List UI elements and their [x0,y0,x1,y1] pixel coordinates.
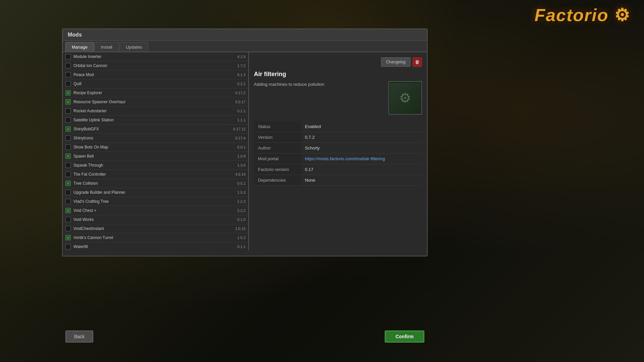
mod-detail-title: Air filtering [254,71,422,78]
mod-version: 0.17.12 [229,127,246,131]
value-portal: https://mods.factorio.com/mod/air-filter… [301,154,422,164]
mod-checkbox[interactable]: ✓ [65,126,71,132]
info-row-author: Author Schorty [254,143,422,154]
mod-checkbox[interactable]: ✓ [65,235,71,240]
mod-name: Waterfill [73,244,226,249]
mod-version: 0.17.4 [229,136,246,140]
back-button[interactable]: Back [65,330,93,343]
mod-portal-link[interactable]: https://mods.factorio.com/mod/air-filter… [305,156,385,161]
tab-updates[interactable]: Updates [119,42,148,52]
mod-version: 4.0.14 [229,172,246,176]
value-author: Schorty [301,143,422,154]
mod-checkbox[interactable] [65,226,71,231]
mod-list-item[interactable]: ✓Resource Spawner Overhaul5.0.17 [63,98,248,107]
mod-list-item[interactable]: Show Bots On Map0.0.1 [63,143,248,152]
label-version: Version [254,132,301,143]
mod-version: 1.7.2 [229,64,246,68]
mod-checkbox[interactable]: ✓ [65,154,71,159]
delete-button[interactable]: 🗑 [413,57,422,67]
mod-name: Upgrade Builder and Planner [73,190,226,195]
mod-checkbox[interactable] [65,54,71,59]
mod-list-item[interactable]: Peace Mod0.1.3 [63,70,248,79]
tab-manage[interactable]: Manage [65,42,94,52]
mod-list-item[interactable]: Satellite Uplink Station1.1.1 [63,116,248,125]
mod-name: Recipe Explorer [73,90,226,95]
tabs-bar: Manage Install Updates [63,41,427,52]
mod-checkbox[interactable] [65,144,71,150]
mod-list-item[interactable]: Void Works0.1.0 [63,215,248,224]
mod-version: 1.3.0 [229,163,246,167]
mod-list-item[interactable]: ✓Recipe Explorer0.17.2 [63,88,248,98]
mod-version: 1.5.3 [229,190,246,194]
mod-checkbox[interactable] [65,190,71,195]
mod-version: 0.2.1 [229,82,246,86]
mod-list-item[interactable]: Quill0.2.1 [63,79,248,88]
mod-name: Resource Spawner Overhaul [73,100,226,104]
info-row-status: Status Enabled [254,121,422,132]
mod-version: 1.0.15 [229,227,246,231]
mod-checkbox[interactable] [65,117,71,123]
mod-list-item[interactable]: The Fat Controller4.0.14 [63,170,248,179]
mod-list-item[interactable]: Waterfill0.1.1 [63,242,248,250]
info-row-dependencies: Dependencies None [254,175,422,186]
mod-version: 4.1.5 [229,55,246,59]
mod-name: Squeak Through [73,163,226,168]
window-title: Mods [63,29,427,41]
label-dependencies: Dependencies [254,175,301,186]
mod-checkbox[interactable]: ✓ [65,181,71,186]
value-version: 0.7.2 [301,132,422,143]
content-area: Module Inserter4.1.5Orbital Ion Cannon1.… [63,52,427,250]
mod-list-item[interactable]: ✓Vortik's Cannon Turret1.5.2 [63,233,248,242]
mod-thumbnail [388,81,422,115]
mod-list-item[interactable]: ShinyIcons0.17.4 [63,134,248,143]
mod-checkbox[interactable]: ✓ [65,208,71,213]
mod-version: 1.5.2 [229,236,246,240]
label-factorio-version: Factorio version [254,164,301,175]
mod-name: ShinyIcons [73,136,226,140]
mod-list-item[interactable]: ✓Spawn Belt1.0.8 [63,152,248,161]
mod-list-item[interactable]: Rocket Autostarter0.2.1 [63,107,248,116]
mod-checkbox[interactable] [65,199,71,204]
mod-checkbox[interactable] [65,108,71,114]
mod-name: Show Bots On Map [73,145,226,149]
mod-name: Module Inserter [73,54,226,59]
mod-name: Spawn Belt [73,154,226,159]
mod-checkbox[interactable] [65,72,71,77]
mod-version: 2.2.2 [229,208,246,213]
mod-list-item[interactable]: Vlad's Crafting Tree1.2.3 [63,197,248,206]
mod-checkbox[interactable]: ✓ [65,99,71,105]
mod-checkbox[interactable] [65,81,71,86]
mod-version: 0.0.1 [229,145,246,149]
mods-window: Mods Manage Install Updates Module Inser… [62,28,428,256]
mod-list-item[interactable]: ✓ShinyBobGFX0.17.12 [63,125,248,134]
mod-list-item[interactable]: VoidChestInstant1.0.15 [63,224,248,233]
mod-list-item[interactable]: Orbital Ion Cannon1.7.2 [63,61,248,70]
mod-checkbox[interactable] [65,217,71,222]
mod-detail-description: Adding machines to reduce pollution [254,81,383,115]
mod-version: 0.5.1 [229,181,246,185]
info-row-version: Version 0.7.2 [254,132,422,143]
mod-list[interactable]: Module Inserter4.1.5Orbital Ion Cannon1.… [63,52,249,250]
mod-version: 1.0.8 [229,154,246,158]
mod-checkbox[interactable] [65,244,71,249]
mod-list-item[interactable]: ✓Void Chest +2.2.2 [63,206,248,215]
mod-list-item[interactable]: Module Inserter4.1.5 [63,52,248,61]
mod-checkbox[interactable] [65,135,71,141]
confirm-button[interactable]: Confirm [385,330,424,343]
mod-checkbox[interactable] [65,63,71,68]
value-factorio-version: 0.17 [301,164,422,175]
mod-name: Quill [73,81,226,86]
label-status: Status [254,121,301,132]
mod-checkbox[interactable] [65,163,71,168]
tab-install[interactable]: Install [95,42,119,52]
changelog-button[interactable]: Changelog [381,57,411,67]
mod-checkbox[interactable] [65,172,71,177]
mod-name: Vlad's Crafting Tree [73,199,226,204]
mod-list-item[interactable]: Squeak Through1.3.0 [63,161,248,170]
mod-checkbox[interactable]: ✓ [65,90,71,96]
mod-list-item[interactable]: ✓Tree Collision0.5.1 [63,179,248,188]
mod-version: 0.1.3 [229,73,246,77]
mod-list-item[interactable]: Upgrade Builder and Planner1.5.3 [63,188,248,197]
mod-version: 0.1.1 [229,245,246,249]
mod-name: Void Works [73,217,226,222]
